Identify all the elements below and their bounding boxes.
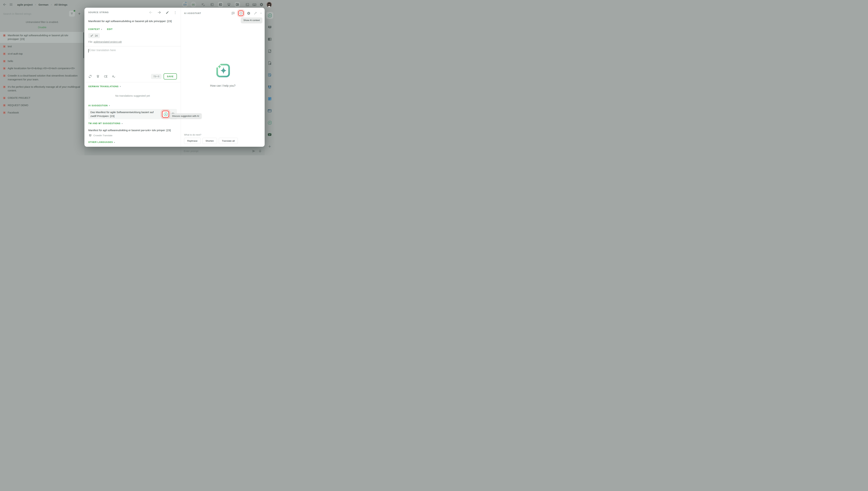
- settings-gear-icon[interactable]: [260, 3, 263, 6]
- discuss-with-ai-button[interactable]: [162, 111, 169, 118]
- ai-sparkle-icon[interactable]: [266, 119, 273, 126]
- glossary-book-icon[interactable]: [266, 48, 273, 55]
- untranslated-status-icon: [3, 104, 5, 107]
- layout-side-by-side-icon[interactable]: [218, 2, 223, 7]
- file-info-icon[interactable]: [266, 60, 273, 66]
- approved-progress-badge[interactable]: 0%: [191, 2, 196, 7]
- chevron-right-icon: ›: [35, 3, 36, 6]
- more-options-icon[interactable]: ⋮: [174, 11, 177, 14]
- ai-suggestion-text[interactable]: Das Manifest für agile Softwareentwicklu…: [90, 110, 160, 118]
- file-link[interactable]: agiletranslated project.odt: [93, 40, 121, 43]
- editor-mode-icon[interactable]: [201, 3, 205, 6]
- list-item[interactable]: test: [0, 43, 84, 50]
- ai-prompt-input[interactable]: [184, 150, 249, 152]
- list-item[interactable]: Agile localization for<0>&nbsp;</0><0>te…: [0, 65, 84, 72]
- send-icon[interactable]: [252, 149, 256, 153]
- next-string-icon[interactable]: [157, 10, 161, 15]
- tm-provider-label: Crowdin Translate: [93, 134, 112, 137]
- translation-input[interactable]: [88, 49, 177, 53]
- filter-icon[interactable]: [69, 11, 75, 17]
- ai-assistant-icon[interactable]: [266, 12, 273, 19]
- layout-columns-icon[interactable]: [209, 2, 215, 7]
- new-conversation-icon[interactable]: [231, 11, 235, 15]
- editor-spotlight-card: SOURCE STRING ⋮ Manifestet for agil soft…: [84, 8, 265, 147]
- list-scrollbar[interactable]: [83, 32, 84, 58]
- crowdin-translate-icon[interactable]: [266, 83, 273, 90]
- breadcrumb-language[interactable]: German: [38, 3, 49, 6]
- edit-context-link[interactable]: EDIT: [107, 28, 113, 30]
- breadcrumb-strings[interactable]: All Strings: [54, 3, 67, 6]
- microphone-icon[interactable]: [258, 149, 262, 153]
- previous-string-icon[interactable]: [149, 10, 153, 15]
- file-row: File: agiletranslated project.odt: [88, 40, 177, 43]
- add-string-button[interactable]: +: [77, 11, 82, 16]
- search-input[interactable]: [3, 12, 67, 15]
- string-text: REQUEST DEMO: [8, 104, 28, 107]
- tm-suggestion-text[interactable]: Manifest für agil softwareudvikling er b…: [88, 128, 177, 132]
- context-dropdown[interactable]: CONTEXT▾: [88, 28, 102, 30]
- german-translations-section[interactable]: GERMAN TRANSLATIONS▾: [88, 85, 177, 88]
- ai-sparkle-icon: [163, 112, 168, 116]
- chevron-down-icon[interactable]: ▾: [260, 12, 261, 15]
- key-icon: [90, 34, 93, 37]
- string-text: It's the perfect place to effectively ma…: [8, 85, 80, 93]
- list-item[interactable]: Facebook: [0, 109, 84, 116]
- disable-filter-link[interactable]: Disable: [0, 26, 84, 29]
- comments-icon[interactable]: [266, 24, 273, 31]
- clear-translation-icon[interactable]: [96, 75, 100, 78]
- qa-check-icon[interactable]: [266, 131, 273, 138]
- keyboard-shortcuts-icon[interactable]: [252, 3, 256, 7]
- layout-right-panel-icon[interactable]: [235, 2, 240, 7]
- panel-title: SOURCE STRING: [88, 11, 109, 14]
- magic-wand-icon[interactable]: [254, 11, 257, 15]
- browser-window-icon[interactable]: [266, 107, 273, 114]
- layout-rows-icon[interactable]: [226, 2, 232, 7]
- list-item[interactable]: It's the perfect place to effectively ma…: [0, 83, 84, 94]
- rephrase-button[interactable]: Rephrase: [184, 138, 201, 144]
- filter-notice-text: filter is enabled.: [40, 21, 59, 24]
- back-icon[interactable]: [3, 3, 7, 6]
- breadcrumb-project[interactable]: agile project: [17, 3, 33, 6]
- tm-mt-section[interactable]: TM AND MT SUGGESTIONS▾: [88, 122, 177, 125]
- show-ai-context-tooltip: Show AI context: [241, 18, 262, 23]
- untranslated-status-icon: [3, 53, 5, 55]
- copy-source-icon[interactable]: [88, 75, 92, 78]
- ai-suggestion-section[interactable]: AI SUGGESTION▾: [88, 104, 177, 107]
- string-text: Facebook: [8, 111, 19, 115]
- string-key-chip[interactable]: 24: [88, 33, 100, 38]
- divider: [84, 46, 181, 47]
- other-languages-section[interactable]: OTHER LANGUAGES▸: [88, 140, 177, 144]
- translated-progress-badge[interactable]: 12%: [182, 2, 187, 7]
- notes-editor-icon[interactable]: [266, 71, 273, 79]
- ai-settings-gear-icon[interactable]: [247, 11, 251, 15]
- next-actions-label: What to do next?: [184, 134, 261, 136]
- list-item[interactable]: CREATE PROJECT: [0, 94, 84, 102]
- translate-all-button[interactable]: Translate all: [219, 138, 238, 144]
- edit-pencil-icon[interactable]: [166, 11, 169, 14]
- untranslated-status-icon: [3, 112, 5, 114]
- add-panel-icon[interactable]: +: [266, 143, 273, 150]
- list-item[interactable]: REQUEST DEMO: [0, 102, 84, 109]
- ai-suggestion-row[interactable]: Das Manifest für agile Softwareentwicklu…: [88, 109, 177, 119]
- untranslated-status-icon: [3, 45, 5, 48]
- list-item[interactable]: Crowdin is a cloud-based solution that s…: [0, 72, 84, 83]
- side-panel-icon[interactable]: [266, 36, 273, 43]
- list-item[interactable]: st-el-auth-top: [0, 50, 84, 58]
- untranslated-status-icon: [3, 34, 5, 37]
- spellcheck-icon[interactable]: [112, 75, 115, 78]
- untranslated-status-icon: [3, 86, 5, 88]
- list-item-selected[interactable]: Manifestet for agil softwareudvikling er…: [0, 32, 84, 43]
- right-toolbar: +: [265, 0, 274, 155]
- info-icon: [239, 11, 242, 15]
- list-item[interactable]: hello: [0, 58, 84, 65]
- show-ai-context-button[interactable]: [238, 10, 243, 16]
- string-text: Agile localization for<0>&nbsp;</0><0>te…: [8, 66, 75, 70]
- string-text: test: [8, 45, 12, 49]
- console-icon[interactable]: [245, 3, 249, 6]
- save-button[interactable]: SAVE: [164, 74, 177, 80]
- text-selection-icon[interactable]: [104, 75, 108, 78]
- screenshot-selection-icon[interactable]: [266, 95, 273, 102]
- text-cursor: [88, 49, 89, 53]
- menu-hamburger-icon[interactable]: [9, 3, 13, 6]
- shorten-button[interactable]: Shorten: [202, 138, 217, 144]
